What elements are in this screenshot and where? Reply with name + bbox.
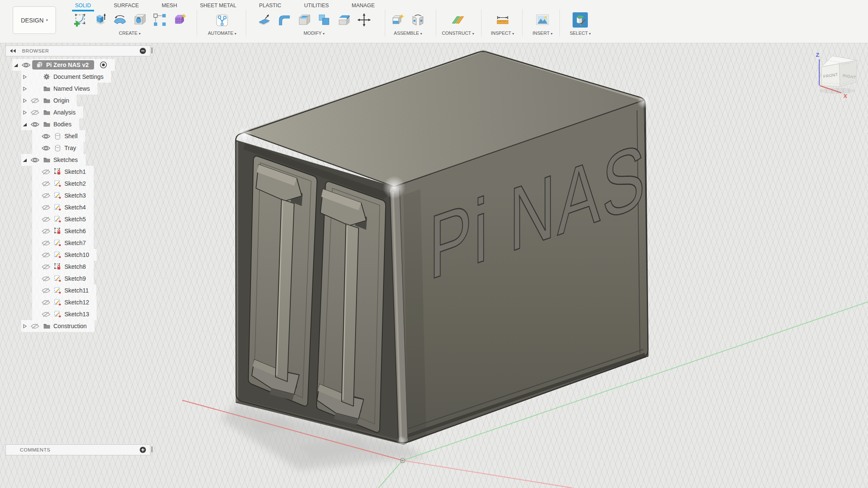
browser-row-strip[interactable]: Shell — [32, 130, 85, 142]
create-sketch-icon[interactable] — [72, 11, 89, 29]
group-label-automate[interactable]: AUTOMATE ▾ — [208, 31, 236, 36]
browser-row-bodies[interactable]: Bodies — [6, 118, 115, 130]
browser-row-analysis[interactable]: Analysis — [6, 106, 115, 118]
eye-off-icon[interactable] — [39, 216, 52, 223]
group-label-assemble[interactable]: ASSEMBLE ▾ — [394, 31, 422, 36]
expander-open-icon[interactable] — [21, 122, 28, 127]
browser-row-strip[interactable]: Sketch5 — [32, 213, 94, 225]
browser-row-label[interactable]: Sketch13 — [64, 311, 89, 318]
browser-panel-header[interactable]: BROWSER — [6, 45, 150, 56]
browser-row-shell[interactable]: Shell — [6, 130, 115, 142]
expander-closed-icon[interactable] — [21, 75, 28, 79]
hole-icon[interactable] — [131, 11, 148, 29]
measure-icon[interactable] — [494, 11, 511, 29]
browser-row-sketch2[interactable]: Sketch2 — [6, 178, 115, 190]
eye-off-icon[interactable] — [39, 264, 52, 270]
browser-row-sketch3[interactable]: Sketch3 — [6, 190, 115, 201]
browser-row-label[interactable]: Origin — [53, 97, 69, 104]
browser-row-sketch11[interactable]: Sketch11 — [6, 284, 115, 296]
move-icon[interactable] — [356, 11, 373, 29]
form-icon[interactable] — [171, 11, 188, 29]
eye-icon[interactable] — [28, 157, 41, 163]
eye-off-icon[interactable] — [39, 240, 52, 246]
browser-row-label[interactable]: Sketch11 — [64, 287, 89, 294]
eye-off-icon[interactable] — [39, 169, 52, 175]
browser-row-label[interactable]: Bodies — [53, 121, 72, 128]
eye-off-icon[interactable] — [28, 98, 41, 104]
design-menu-button[interactable]: DESIGN▾ — [13, 6, 56, 34]
pattern-icon[interactable] — [151, 11, 168, 29]
eye-icon[interactable] — [19, 62, 32, 68]
browser-row-strip[interactable]: Sketch1 — [32, 166, 94, 178]
select-icon[interactable] — [572, 11, 589, 29]
browser-row-label[interactable]: Sketch5 — [64, 216, 86, 223]
browser-row-origin[interactable]: Origin — [6, 95, 115, 106]
browser-row-label[interactable]: Document Settings — [53, 73, 103, 80]
press-pull-icon[interactable] — [256, 11, 273, 29]
browser-row-sketch1[interactable]: Sketch1 — [6, 166, 115, 178]
browser-row-label[interactable]: Sketch6 — [64, 228, 86, 234]
add-comment-icon[interactable] — [139, 446, 146, 453]
browser-row-strip[interactable]: Sketch2 — [32, 178, 94, 190]
eye-off-icon[interactable] — [39, 204, 52, 211]
browser-row-label[interactable]: Shell — [64, 133, 78, 139]
eye-off-icon[interactable] — [28, 109, 41, 116]
browser-row-strip[interactable]: Sketch3 — [32, 190, 94, 201]
browser-row-label[interactable]: Sketch7 — [64, 240, 86, 246]
expander-open-icon[interactable] — [12, 63, 19, 67]
browser-row-strip[interactable]: Analysis — [21, 106, 83, 118]
new-component-icon[interactable] — [389, 11, 406, 29]
browser-row-sketches[interactable]: Sketches — [6, 154, 115, 166]
browser-row-label[interactable]: Sketch1 — [64, 168, 86, 175]
fillet-icon[interactable] — [276, 11, 293, 29]
browser-row-pi-zero-nas-v2[interactable]: Pi Zero NAS v2 — [6, 59, 115, 71]
browser-row-sketch13[interactable]: Sketch13 — [6, 308, 115, 320]
browser-row-label[interactable]: Named Views — [53, 85, 90, 92]
browser-row-construction[interactable]: Construction — [6, 320, 115, 332]
browser-row-strip[interactable]: Sketch12 — [32, 296, 97, 308]
eye-icon[interactable] — [39, 145, 52, 151]
browser-row-sketch7[interactable]: Sketch7 — [6, 237, 115, 249]
combine-icon[interactable] — [316, 11, 333, 29]
comments-panel-header[interactable]: COMMENTS — [6, 444, 150, 455]
browser-row-strip[interactable]: Sketches — [21, 154, 86, 166]
viewcube[interactable]: FRONT RIGHT Z X — [816, 52, 857, 99]
browser-row-label[interactable]: Tray — [64, 145, 76, 151]
minimize-panel-icon[interactable] — [139, 47, 146, 54]
group-label-insert[interactable]: INSERT ▾ — [532, 31, 552, 36]
browser-row-label[interactable]: Construction — [53, 323, 87, 329]
automate-icon[interactable] — [214, 11, 231, 29]
expander-closed-icon[interactable] — [21, 110, 28, 115]
browser-row-strip[interactable]: Tray — [32, 142, 83, 154]
browser-row-strip[interactable]: Bodies — [21, 118, 79, 130]
browser-row-strip[interactable]: Sketch8 — [32, 261, 94, 273]
browser-row-label[interactable]: Sketch9 — [64, 275, 86, 282]
split-body-icon[interactable] — [336, 11, 353, 29]
browser-row-label[interactable]: Pi Zero NAS v2 — [46, 61, 89, 68]
browser-row-strip[interactable]: Sketch11 — [32, 284, 96, 296]
viewport-canvas[interactable]: Pi NAS — [0, 43, 868, 488]
browser-row-strip[interactable]: Origin — [21, 95, 77, 106]
browser-row-sketch10[interactable]: Sketch10 — [6, 249, 115, 261]
expander-closed-icon[interactable] — [21, 324, 28, 329]
eye-off-icon[interactable] — [39, 299, 52, 306]
browser-row-label[interactable]: Sketches — [53, 156, 78, 163]
panel-scrollbar[interactable] — [151, 446, 153, 452]
group-label-select[interactable]: SELECT ▾ — [570, 31, 591, 36]
browser-row-label[interactable]: Sketch10 — [64, 251, 89, 258]
browser-row-strip[interactable]: Pi Zero NAS v2 — [12, 59, 115, 71]
browser-row-label[interactable]: Sketch2 — [64, 180, 86, 187]
eye-off-icon[interactable] — [39, 287, 52, 294]
group-label-construct[interactable]: CONSTRUCT ▾ — [442, 31, 474, 36]
expander-closed-icon[interactable] — [21, 86, 28, 91]
browser-row-strip[interactable]: Sketch6 — [32, 225, 94, 237]
revolve-icon[interactable] — [111, 11, 128, 29]
group-label-inspect[interactable]: INSPECT ▾ — [491, 31, 514, 36]
eye-off-icon[interactable] — [39, 192, 52, 199]
eye-icon[interactable] — [39, 133, 52, 139]
browser-row-strip[interactable]: Named Views — [21, 83, 97, 95]
eye-off-icon[interactable] — [39, 252, 52, 258]
selected-node-highlight[interactable]: Pi Zero NAS v2 — [32, 60, 94, 70]
eye-off-icon[interactable] — [39, 311, 52, 318]
eye-off-icon[interactable] — [39, 181, 52, 187]
